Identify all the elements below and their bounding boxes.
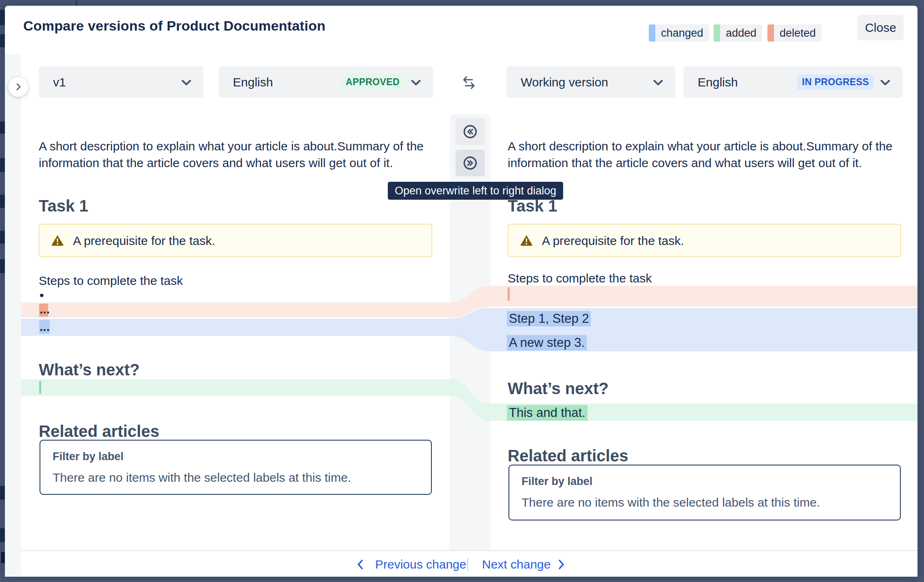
legend-deleted: deleted xyxy=(767,24,822,42)
left-changed-band: ... xyxy=(21,319,450,336)
left-version-dropdown[interactable]: v1 xyxy=(39,66,203,98)
backdrop-fragment xyxy=(0,158,5,172)
left-version-value: v1 xyxy=(53,75,66,89)
inprogress-status-lozenge: IN PROGRESS xyxy=(797,75,874,90)
no-items-message: There are no items with the selected lab… xyxy=(53,471,351,485)
right-prerequisite-panel: A prerequisite for the task. xyxy=(508,224,901,257)
right-changed-band: Step 1, Step 2 A new step 3. xyxy=(491,308,917,351)
changed-step-text: Step 1, Step 2 xyxy=(507,311,591,326)
right-whats-next-heading: What’s next? xyxy=(508,379,608,398)
chevron-down-icon xyxy=(652,76,665,89)
right-version-value: Working version xyxy=(521,75,608,89)
left-task-heading: Task 1 xyxy=(39,197,88,215)
deleted-color-swatch xyxy=(767,24,774,42)
changed-color-swatch xyxy=(649,24,655,42)
close-button[interactable]: Close xyxy=(858,15,904,40)
right-related-heading: Related articles xyxy=(508,447,628,465)
changed-ellipsis: ... xyxy=(40,321,50,333)
warning-icon xyxy=(520,234,533,247)
legend-label: changed xyxy=(655,24,709,42)
overwrite-left-to-right-button[interactable] xyxy=(455,150,485,176)
right-steps-label: Steps to complete the task xyxy=(508,270,652,287)
dialog-title: Compare versions of Product Documentatio… xyxy=(23,18,325,34)
legend-label: added xyxy=(720,24,762,42)
right-language-value: English xyxy=(698,75,738,89)
chevron-down-icon xyxy=(180,76,193,89)
filter-by-label: Filter by label xyxy=(53,450,124,463)
chevron-down-icon xyxy=(409,76,422,89)
backdrop-fragment xyxy=(0,231,5,244)
legend-label: deleted xyxy=(774,24,822,42)
next-chevron-icon[interactable] xyxy=(556,558,566,572)
dialog-footer xyxy=(21,550,917,577)
legend-changed: changed xyxy=(649,24,709,42)
left-related-articles-box: Filter by label There are no items with … xyxy=(40,440,432,495)
left-language-value: English xyxy=(233,75,273,89)
right-language-dropdown[interactable]: English IN PROGRESS xyxy=(683,66,902,98)
right-version-dropdown[interactable]: Working version xyxy=(506,66,675,98)
left-steps-label: Steps to complete the task xyxy=(39,272,183,289)
overwrite-left-icon xyxy=(462,123,478,140)
overwrite-right-icon xyxy=(462,155,478,171)
legend-added: added xyxy=(714,24,762,42)
backdrop-fragment xyxy=(0,34,5,47)
backdrop-fragment xyxy=(0,486,5,500)
warning-icon xyxy=(51,234,64,247)
added-text: This and that. xyxy=(507,405,588,421)
overwrite-right-to-left-button[interactable] xyxy=(455,118,485,145)
left-description: A short description to explain what your… xyxy=(39,138,449,171)
backdrop-fragment xyxy=(0,195,5,208)
left-related-heading: Related articles xyxy=(39,422,159,441)
footer-divider xyxy=(467,558,468,571)
left-prerequisite-panel: A prerequisite for the task. xyxy=(39,224,432,257)
left-whats-next-heading: What’s next? xyxy=(39,361,139,379)
deleted-ellipsis: ... xyxy=(40,303,50,315)
expand-panel-button[interactable] xyxy=(8,77,29,97)
right-related-articles-box: Filter by label There are no items with … xyxy=(508,465,901,520)
right-task-heading: Task 1 xyxy=(508,197,557,215)
diff-ribbons xyxy=(450,114,491,550)
backdrop-fragment xyxy=(0,10,5,25)
backdrop-fragment xyxy=(0,121,5,134)
right-description: A short description to explain what your… xyxy=(508,138,917,171)
changed-step-text: A new step 3. xyxy=(507,335,587,351)
previous-change-link[interactable]: Previous change xyxy=(375,557,466,572)
next-change-link[interactable]: Next change xyxy=(482,557,550,572)
backdrop-divider xyxy=(76,0,77,6)
left-deleted-band: ... xyxy=(21,302,450,317)
chevron-right-icon xyxy=(13,82,23,92)
filter-by-label: Filter by label xyxy=(522,475,592,488)
previous-chevron-icon[interactable] xyxy=(356,558,365,572)
added-color-swatch xyxy=(714,24,720,42)
no-items-message: There are no items with the selected lab… xyxy=(522,496,820,509)
chevron-down-icon xyxy=(879,76,892,89)
left-language-dropdown[interactable]: English APPROVED xyxy=(219,66,433,98)
deleted-line-mark xyxy=(508,287,510,301)
screen: Compare versions of Product Documentatio… xyxy=(0,0,924,582)
backdrop-fragment xyxy=(0,528,5,542)
right-added-band: This and that. xyxy=(491,403,917,421)
left-added-band xyxy=(21,379,450,396)
added-mark xyxy=(39,381,41,394)
right-prerequisite-text: A prerequisite for the task. xyxy=(542,232,684,249)
swap-sides-icon[interactable] xyxy=(459,73,479,95)
backdrop-fragment xyxy=(0,259,5,273)
right-deleted-band xyxy=(491,286,917,306)
left-list-bullet: • xyxy=(40,287,44,304)
approved-status-lozenge: APPROVED xyxy=(341,75,405,90)
collapsed-side-rail xyxy=(5,54,21,577)
left-prerequisite-text: A prerequisite for the task. xyxy=(73,232,215,249)
